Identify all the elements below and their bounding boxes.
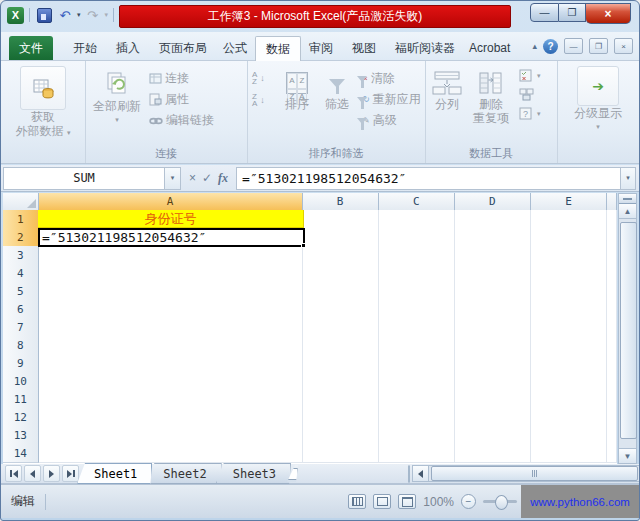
last-sheet-icon[interactable] <box>62 465 79 482</box>
column-header-B[interactable]: B <box>303 193 379 211</box>
split-handle[interactable] <box>619 194 636 204</box>
sheet-tab-sheet2[interactable]: Sheet2 <box>146 463 221 484</box>
cell-E2[interactable] <box>531 228 607 247</box>
undo-button[interactable]: ↶ <box>56 6 74 24</box>
cell-C11[interactable] <box>379 390 455 409</box>
outline-button[interactable]: ➔ 分级显示 ▾ <box>564 66 632 134</box>
row-header-9[interactable]: 9 <box>3 354 39 373</box>
cell-C4[interactable] <box>379 264 455 283</box>
tab-page-layout[interactable]: 页面布局 <box>149 36 217 60</box>
what-if-analysis-button[interactable]: ? ▾ <box>519 107 541 120</box>
normal-view-icon[interactable] <box>348 494 366 509</box>
insert-function-icon[interactable]: fx <box>218 171 228 186</box>
cell-D6[interactable] <box>455 300 531 319</box>
cell-C9[interactable] <box>379 354 455 373</box>
cell-F14[interactable] <box>607 444 617 463</box>
cell-F1[interactable] <box>607 210 617 229</box>
page-break-view-icon[interactable] <box>398 494 416 509</box>
collapse-ribbon-icon[interactable]: ▴ <box>532 41 537 51</box>
cell-C7[interactable] <box>379 318 455 337</box>
cell-F11[interactable] <box>607 390 617 409</box>
restore-button[interactable]: ❐ <box>559 3 586 22</box>
cell-A11[interactable] <box>39 390 303 409</box>
cell-A4[interactable] <box>39 264 303 283</box>
sheet-tab-sheet1[interactable]: Sheet1 <box>77 463 152 484</box>
cell-D9[interactable] <box>455 354 531 373</box>
name-box-dropdown-icon[interactable]: ▾ <box>165 167 181 190</box>
row-header-6[interactable]: 6 <box>3 300 39 319</box>
cell-D1[interactable] <box>455 210 531 229</box>
cell-C12[interactable] <box>379 408 455 427</box>
cell-E11[interactable] <box>531 390 607 409</box>
cell-E10[interactable] <box>531 372 607 391</box>
tab-review[interactable]: 审阅 <box>299 36 343 60</box>
scroll-down-icon[interactable]: ▼ <box>619 448 636 463</box>
column-header-partial[interactable] <box>607 193 617 211</box>
row-header-2[interactable]: 2 <box>3 228 40 247</box>
excel-app-icon[interactable]: X <box>7 7 24 24</box>
column-header-C[interactable]: C <box>379 193 455 211</box>
cell-D14[interactable] <box>455 444 531 463</box>
get-external-data-button[interactable]: 获取 外部数据 ▾ <box>9 66 77 140</box>
cell-C14[interactable] <box>379 444 455 463</box>
tab-foxit-reader[interactable]: 福昕阅读器 <box>385 36 465 60</box>
horizontal-scrollbar[interactable] <box>412 466 640 482</box>
cell-E6[interactable] <box>531 300 607 319</box>
row-header-11[interactable]: 11 <box>3 390 39 409</box>
cell-A13[interactable] <box>39 426 303 445</box>
cell-C13[interactable] <box>379 426 455 445</box>
cell-D2[interactable] <box>455 228 531 247</box>
row-header-10[interactable]: 10 <box>3 372 39 391</box>
cell-A7[interactable] <box>39 318 303 337</box>
tab-data[interactable]: 数据 <box>255 36 301 62</box>
cell-B13[interactable] <box>303 426 379 445</box>
row-header-1[interactable]: 1 <box>3 210 40 229</box>
save-button[interactable] <box>35 6 53 24</box>
help-icon[interactable]: ? <box>543 39 558 54</box>
cell-D10[interactable] <box>455 372 531 391</box>
filter-button[interactable]: 筛选 <box>319 69 355 111</box>
cell-B14[interactable] <box>303 444 379 463</box>
first-sheet-icon[interactable] <box>5 465 22 482</box>
column-header-E[interactable]: E <box>531 193 607 211</box>
tab-home[interactable]: 开始 <box>63 36 107 60</box>
close-button[interactable]: × <box>586 3 631 24</box>
cell-E7[interactable] <box>531 318 607 337</box>
cell-A6[interactable] <box>39 300 303 319</box>
cell-E12[interactable] <box>531 408 607 427</box>
advanced-filter-button[interactable]: ✎ 高级 <box>357 112 421 129</box>
cell-B6[interactable] <box>303 300 379 319</box>
cell-E14[interactable] <box>531 444 607 463</box>
consolidate-button[interactable] <box>519 88 541 101</box>
zoom-slider-thumb[interactable] <box>495 495 508 510</box>
cell-B12[interactable] <box>303 408 379 427</box>
cell-a1[interactable]: 身份证号 <box>38 210 304 228</box>
minimize-button[interactable]: — <box>530 3 559 22</box>
cell-D11[interactable] <box>455 390 531 409</box>
row-header-7[interactable]: 7 <box>3 318 39 337</box>
cell-D8[interactable] <box>455 336 531 355</box>
workbook-close-icon[interactable]: × <box>614 38 633 54</box>
cell-F2[interactable] <box>607 228 617 247</box>
tab-scrollbar-splitter[interactable] <box>408 465 410 483</box>
previous-sheet-icon[interactable] <box>24 465 41 482</box>
cell-E13[interactable] <box>531 426 607 445</box>
cell-a2-editing[interactable]: =″513021198512054632″ <box>38 228 305 247</box>
column-header-D[interactable]: D <box>455 193 531 211</box>
cell-E4[interactable] <box>531 264 607 283</box>
scroll-left-icon[interactable] <box>412 465 429 482</box>
cell-B3[interactable] <box>303 246 379 265</box>
cell-F5[interactable] <box>607 282 617 301</box>
cell-A14[interactable] <box>39 444 303 463</box>
row-header-13[interactable]: 13 <box>3 426 39 445</box>
cell-F8[interactable] <box>607 336 617 355</box>
cell-F12[interactable] <box>607 408 617 427</box>
connections-button[interactable]: 连接 <box>149 70 214 87</box>
cell-A5[interactable] <box>39 282 303 301</box>
text-to-columns-button[interactable]: 分列 <box>427 69 467 111</box>
cell-F7[interactable] <box>607 318 617 337</box>
horizontal-scroll-thumb[interactable] <box>431 466 638 481</box>
cell-E3[interactable] <box>531 246 607 265</box>
sheet-tab-sheet3[interactable]: Sheet3 <box>216 463 291 484</box>
cell-E9[interactable] <box>531 354 607 373</box>
